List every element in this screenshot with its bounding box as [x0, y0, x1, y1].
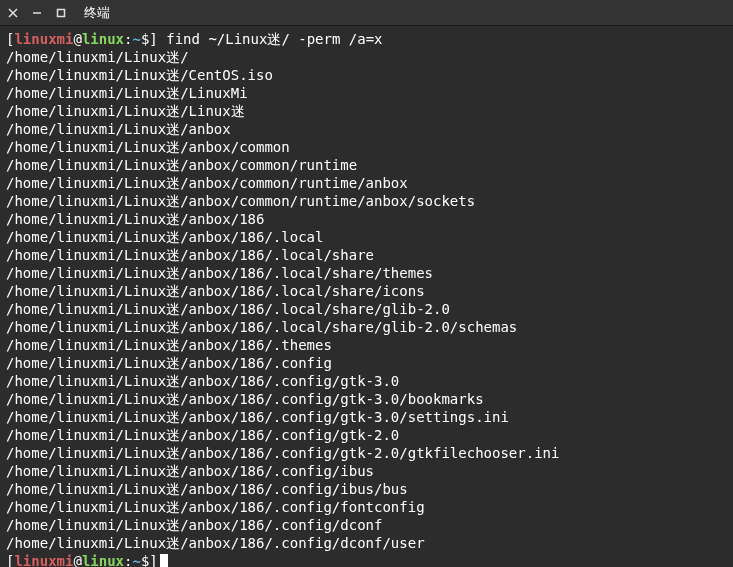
output-line: /home/linuxmi/Linux迷/anbox/common — [6, 138, 727, 156]
output-line: /home/linuxmi/Linux迷/ — [6, 48, 727, 66]
prompt-bracket-close: ] — [149, 553, 157, 567]
output-line: /home/linuxmi/Linux迷/anbox/186/.local/sh… — [6, 300, 727, 318]
prompt-bracket-close: ] — [149, 31, 157, 47]
terminal-body[interactable]: [linuxmi@linux:~$] find ~/Linux迷/ -perm … — [0, 26, 733, 567]
output-line: /home/linuxmi/Linux迷/Linux迷 — [6, 102, 727, 120]
output-line: /home/linuxmi/Linux迷/anbox/186/.local/sh… — [6, 264, 727, 282]
output-line: /home/linuxmi/Linux迷/anbox/common/runtim… — [6, 192, 727, 210]
output-line: /home/linuxmi/Linux迷/anbox/186/.local/sh… — [6, 318, 727, 336]
output-line: /home/linuxmi/Linux迷/anbox/186/.config/g… — [6, 372, 727, 390]
output-line: /home/linuxmi/Linux迷/CentOS.iso — [6, 66, 727, 84]
output-line: /home/linuxmi/Linux迷/anbox/186/.local/sh… — [6, 246, 727, 264]
output-line: /home/linuxmi/Linux迷/anbox/186/.config/g… — [6, 408, 727, 426]
prompt-line-1: [linuxmi@linux:~$] find ~/Linux迷/ -perm … — [6, 31, 383, 47]
terminal-cursor — [160, 554, 168, 567]
window-maximize-icon[interactable] — [54, 6, 68, 20]
prompt-path: ~ — [132, 31, 140, 47]
prompt-path: ~ — [132, 553, 140, 567]
output-line: /home/linuxmi/Linux迷/anbox/186/.themes — [6, 336, 727, 354]
output-line: /home/linuxmi/Linux迷/anbox/186/.config/g… — [6, 426, 727, 444]
command-output: /home/linuxmi/Linux迷//home/linuxmi/Linux… — [6, 48, 727, 552]
prompt-user: linuxmi — [14, 553, 73, 567]
output-line: /home/linuxmi/Linux迷/anbox/186/.config/f… — [6, 498, 727, 516]
prompt-user: linuxmi — [14, 31, 73, 47]
svg-rect-0 — [58, 9, 65, 16]
output-line: /home/linuxmi/Linux迷/anbox — [6, 120, 727, 138]
output-line: /home/linuxmi/Linux迷/anbox/186/.config/i… — [6, 462, 727, 480]
prompt-at: @ — [73, 553, 81, 567]
output-line: /home/linuxmi/Linux迷/anbox/186/.local — [6, 228, 727, 246]
output-line: /home/linuxmi/Linux迷/anbox/common/runtim… — [6, 156, 727, 174]
window-title: 终端 — [84, 4, 110, 22]
output-line: /home/linuxmi/Linux迷/anbox/186/.config/g… — [6, 444, 727, 462]
output-line: /home/linuxmi/Linux迷/anbox/186/.config — [6, 354, 727, 372]
output-line: /home/linuxmi/Linux迷/anbox/186 — [6, 210, 727, 228]
prompt-host: linux — [82, 553, 124, 567]
output-line: /home/linuxmi/Linux迷/anbox/186/.config/g… — [6, 390, 727, 408]
window-titlebar: 终端 — [0, 0, 733, 26]
output-line: /home/linuxmi/Linux迷/anbox/186/.config/d… — [6, 516, 727, 534]
window-close-icon[interactable] — [6, 6, 20, 20]
prompt-host: linux — [82, 31, 124, 47]
prompt-at: @ — [73, 31, 81, 47]
output-line: /home/linuxmi/Linux迷/anbox/186/.local/sh… — [6, 282, 727, 300]
prompt-line-2: [linuxmi@linux:~$] — [6, 553, 168, 567]
output-line: /home/linuxmi/Linux迷/LinuxMi — [6, 84, 727, 102]
window-minimize-icon[interactable] — [30, 6, 44, 20]
command-text: find ~/Linux迷/ -perm /a=x — [166, 31, 382, 47]
output-line: /home/linuxmi/Linux迷/anbox/common/runtim… — [6, 174, 727, 192]
output-line: /home/linuxmi/Linux迷/anbox/186/.config/d… — [6, 534, 727, 552]
output-line: /home/linuxmi/Linux迷/anbox/186/.config/i… — [6, 480, 727, 498]
